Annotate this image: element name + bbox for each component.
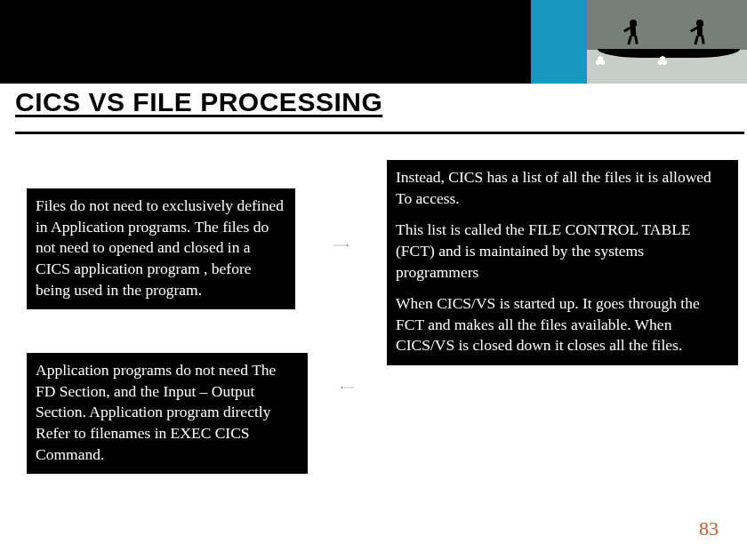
paragraph: This list is called the FILE CONTROL TAB…: [396, 220, 729, 283]
text-box-left-top: Files do not need to exclusively defined…: [27, 188, 295, 309]
svg-rect-9: [701, 35, 705, 44]
header-black-panel: [0, 0, 531, 84]
paragraph: When CICS/VS is started up. It goes thro…: [396, 293, 729, 356]
paragraph: Application programs do not need The FD …: [36, 360, 299, 465]
arrow-left-icon: [308, 387, 387, 388]
svg-rect-3: [627, 36, 631, 44]
paragraph: Files do not need to exclusively defined…: [36, 196, 286, 300]
title-underline: [15, 132, 744, 134]
slide-title: CICS VS FILE PROCESSING: [15, 87, 382, 117]
svg-marker-13: [341, 387, 342, 388]
header-photo-rowers: [587, 0, 747, 84]
header-bar: [0, 0, 747, 84]
slide: CICS VS FILE PROCESSING Files do not nee…: [0, 0, 747, 560]
svg-rect-4: [634, 35, 639, 44]
title-row: CICS VS FILE PROCESSING: [0, 84, 747, 132]
rower-silhouette-icon: [618, 18, 648, 48]
boat-icon: [598, 49, 740, 58]
text-box-right: Instead, CICS has a list of all the file…: [387, 160, 738, 365]
paragraph: Instead, CICS has a list of all the file…: [396, 167, 729, 209]
text-box-left-bottom: Application programs do not need The FD …: [27, 353, 308, 474]
page-number: 83: [699, 517, 719, 540]
svg-rect-8: [694, 36, 698, 44]
rower-silhouette-icon: [685, 18, 715, 48]
arrow-right-icon: [295, 244, 387, 246]
splash-icon: [594, 55, 606, 68]
svg-marker-11: [347, 244, 349, 246]
splash-icon: [656, 55, 669, 68]
